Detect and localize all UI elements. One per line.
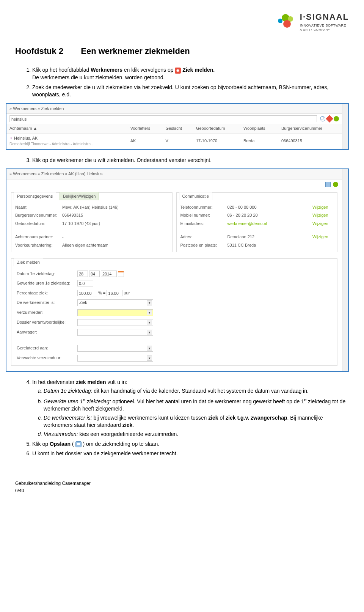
dossier-select[interactable]: ▾ bbox=[77, 319, 153, 326]
save-icon[interactable] bbox=[325, 182, 331, 187]
scrollbar[interactable] bbox=[342, 104, 348, 149]
hours-input[interactable]: 0.0 bbox=[77, 280, 93, 286]
panel-ziek-melden: Ziek melden Datum 1e ziektedag: 28 04 20… bbox=[11, 258, 337, 366]
step-4b: Gewerkte uren 1e ziektedag: optioneel. V… bbox=[44, 396, 349, 413]
logo-bar: I·SIGNAAL INNOVATIEVE SOFTWARE A UNIT4 C… bbox=[15, 11, 349, 32]
month-input[interactable]: 04 bbox=[89, 271, 100, 277]
gem-icon[interactable] bbox=[326, 115, 333, 123]
wijzigen-link[interactable]: Wijzigen bbox=[312, 212, 333, 218]
instruction-list-cont: Klik op de werknemer die u wilt ziekmeld… bbox=[15, 157, 349, 164]
chevron-down-icon: ▾ bbox=[147, 356, 152, 361]
tab-ziek-melden[interactable]: Ziek melden bbox=[14, 258, 43, 266]
gerelateerd-select[interactable]: ▾ bbox=[77, 345, 153, 352]
status-select[interactable]: Ziek▾ bbox=[77, 299, 153, 306]
search-input[interactable]: heinsius bbox=[9, 115, 317, 122]
step-4a: Datum 1e ziektedag: dit kan handmatig of… bbox=[44, 387, 349, 395]
logo-mark-icon bbox=[278, 14, 297, 29]
col-geboortedatum[interactable]: Geboortedatum bbox=[193, 124, 240, 133]
employee-table: Achternaam ▲ Voorletters Geslacht Geboor… bbox=[6, 124, 342, 149]
tab-persoonsgegevens[interactable]: Persoonsgegevens bbox=[14, 192, 56, 200]
ziek-melden-icon bbox=[175, 68, 181, 74]
year-input[interactable]: 2014 bbox=[101, 271, 117, 277]
footer-title: Gebruikershandleiding Casemanager bbox=[15, 480, 349, 487]
footer: Gebruikershandleiding Casemanager 6/40 bbox=[15, 480, 349, 494]
instruction-list: Klik op het hoofdtabblad Werknemers en k… bbox=[15, 66, 349, 98]
step-4: In het deelvenster ziek melden vult u in… bbox=[32, 379, 349, 438]
logo-subtitle: INNOVATIEVE SOFTWARE bbox=[300, 23, 349, 28]
wijzigen-link[interactable]: Wijzigen bbox=[312, 234, 333, 240]
step-6: U komt in het dossier van de ziekgemelde… bbox=[32, 450, 349, 458]
step-5: Klik op Opslaan ( ) om de ziekmelding op… bbox=[32, 441, 349, 448]
verzuimreden-select[interactable]: ▾ bbox=[77, 309, 153, 316]
scrollbar[interactable] bbox=[342, 169, 348, 371]
screenshot-detail-form: » Werknemers » Ziek melden » AK (Han) He… bbox=[6, 168, 349, 372]
chevron-down-icon: ▾ bbox=[147, 330, 152, 335]
step-4d: Verzuimreden: kies een voorgedefinieerde… bbox=[44, 431, 349, 438]
percent-input[interactable]: 100.00 bbox=[77, 290, 97, 296]
search-icon[interactable] bbox=[320, 116, 325, 121]
step-1: Klik op het hoofdtabblad Werknemers en k… bbox=[32, 66, 349, 81]
title-text: Een werknemer ziekmelden bbox=[81, 46, 190, 56]
panel-persoonsgegevens: Persoonsgegevens Bekijken/Wijzigen Naam:… bbox=[11, 192, 173, 252]
col-geslacht[interactable]: Geslacht bbox=[162, 124, 193, 133]
step-2: Zoek de medewerker die u wilt ziekmelden… bbox=[32, 84, 349, 99]
logo: I·SIGNAAL INNOVATIEVE SOFTWARE A UNIT4 C… bbox=[278, 11, 349, 32]
breadcrumb: » Werknemers » Ziek melden » AK (Han) He… bbox=[6, 169, 342, 179]
refresh-icon[interactable] bbox=[333, 182, 338, 187]
logo-subtitle2: A UNIT4 COMPANY bbox=[300, 28, 349, 32]
chapter-label: Hoofdstuk 2 bbox=[15, 46, 63, 56]
col-woonplaats[interactable]: Woonplaats bbox=[240, 124, 278, 133]
col-bsn[interactable]: Burgerservicenummer bbox=[278, 124, 342, 133]
screenshot-search-result: » Werknemers » Ziek melden heinsius Acht… bbox=[6, 103, 349, 150]
chevron-down-icon: ▾ bbox=[147, 310, 152, 315]
step-4c: De werkneemster is: bij vrouwelijke werk… bbox=[44, 414, 349, 429]
refresh-icon[interactable] bbox=[334, 116, 339, 121]
page-title: Hoofdstuk 2 Een werknemer ziekmelden bbox=[15, 46, 349, 57]
breadcrumb: » Werknemers » Ziek melden bbox=[6, 104, 342, 114]
instruction-list-cont2: In het deelvenster ziek melden vult u in… bbox=[15, 379, 349, 458]
col-voorletters[interactable]: Voorletters bbox=[127, 124, 163, 133]
aanvrager-select[interactable]: ▾ bbox=[77, 329, 153, 336]
col-achternaam[interactable]: Achternaam ▲ bbox=[6, 124, 127, 133]
calendar-icon[interactable] bbox=[118, 271, 124, 277]
page-number: 6/40 bbox=[15, 488, 349, 494]
logo-text: I·SIGNAAL bbox=[300, 11, 349, 23]
save-icon bbox=[75, 441, 82, 447]
tab-communicatie[interactable]: Communicatie bbox=[179, 192, 212, 200]
wijzigen-link[interactable]: Wijzigen bbox=[312, 205, 333, 210]
person-icon: ♀ bbox=[9, 135, 13, 141]
day-input[interactable]: 28 bbox=[77, 271, 88, 277]
chevron-down-icon: ▾ bbox=[147, 320, 152, 325]
wijzigen-link[interactable]: Wijzigen bbox=[312, 221, 333, 227]
verzuimduur-select[interactable]: ▾ bbox=[77, 355, 153, 362]
step-3: Klik op de werknemer die u wilt ziekmeld… bbox=[32, 157, 349, 164]
panel-communicatie: Communicatie Telefoonnummer:020 - 00 00 … bbox=[176, 192, 338, 252]
chevron-down-icon: ▾ bbox=[147, 300, 152, 305]
tab-bekijken-wijzigen[interactable]: Bekijken/Wijzigen bbox=[60, 192, 99, 200]
hours-calc: 16.00 bbox=[107, 290, 122, 296]
table-row[interactable]: ♀ Heinsius, AK Demobedrijf Timmerwe - Ad… bbox=[6, 133, 342, 149]
chevron-down-icon: ▾ bbox=[147, 346, 152, 351]
